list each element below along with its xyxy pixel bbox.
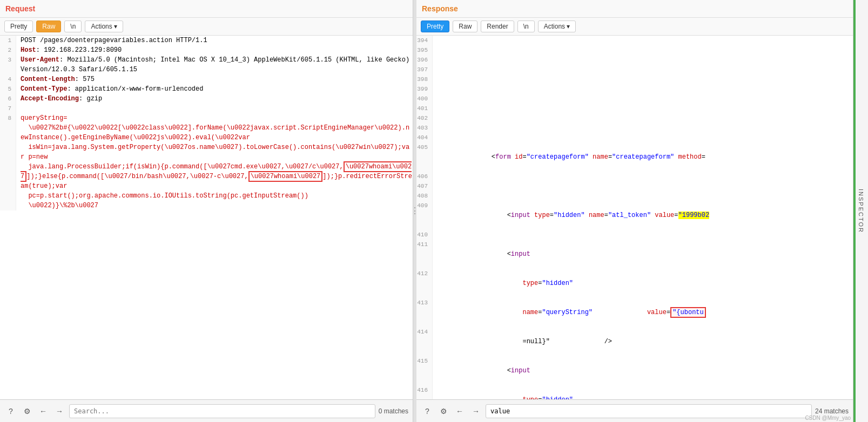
table-row: 404 xyxy=(416,133,853,142)
table-row: 414 =null}" /> xyxy=(416,327,853,356)
request-tabs: Pretty Raw \n Actions ▾ xyxy=(0,18,413,36)
table-row: 413 name="queryString" value="{ubontu xyxy=(416,298,853,327)
response-settings-button[interactable]: ⚙ xyxy=(437,405,450,418)
table-row: 394 xyxy=(416,36,853,45)
table-row: 406 xyxy=(416,172,853,181)
inspector-label: INSPECTOR xyxy=(858,189,864,233)
request-help-button[interactable]: ? xyxy=(4,405,17,418)
table-row: 5 Content-Type: application/x-www-form-u… xyxy=(0,84,413,94)
request-back-button[interactable]: ← xyxy=(37,405,50,418)
request-tab-raw[interactable]: Raw xyxy=(36,21,61,32)
response-panel: Response Pretty Raw Render \n Actions ▾ … xyxy=(416,0,853,422)
response-actions-button[interactable]: Actions ▾ xyxy=(538,21,576,32)
table-row: 401 xyxy=(416,104,853,113)
request-code-area: 1 POST /pages/doenterpagevariables.actio… xyxy=(0,36,413,399)
table-row: 6 Accept-Encoding: gzip xyxy=(0,94,413,104)
table-row: 3 User-Agent: Mozilla/5.0 (Macintosh; In… xyxy=(0,55,413,74)
table-row: 397 xyxy=(416,65,853,74)
table-row: 415 <input xyxy=(416,356,853,385)
response-bottom-toolbar: ? ⚙ ← → 24 matches xyxy=(416,399,853,422)
request-match-count: 0 matches xyxy=(379,407,408,415)
table-row: 403 xyxy=(416,123,853,133)
response-code-area: 394 395 396 397 398 399 400 401 402 403 … xyxy=(416,36,853,399)
main-container: Request Pretty Raw \n Actions ▾ 1 POST /… xyxy=(0,0,868,422)
response-tabs: Pretty Raw Render \n Actions ▾ xyxy=(416,18,853,36)
table-row: 396 xyxy=(416,55,853,65)
table-row: 405 <form id="createpageform" name="crea… xyxy=(416,142,853,172)
response-back-button[interactable]: ← xyxy=(453,405,466,418)
table-row: 399 xyxy=(416,84,853,94)
inspector-sidebar: INSPECTOR xyxy=(853,0,868,422)
request-title: Request xyxy=(5,4,35,13)
table-row: 400 xyxy=(416,94,853,104)
table-row: 402 xyxy=(416,113,853,123)
response-search-input[interactable] xyxy=(486,404,812,418)
table-row: 416 type="hidden" xyxy=(416,385,853,399)
request-actions-button[interactable]: Actions ▾ xyxy=(85,21,123,32)
response-header: Response xyxy=(416,0,853,18)
request-tab-newline[interactable]: \n xyxy=(64,21,82,32)
table-row: 409 <input type="hidden" name="atl_token… xyxy=(416,201,853,230)
watermark: CSDN @Mmy_yao xyxy=(805,415,851,421)
table-row: 395 xyxy=(416,45,853,55)
request-bottom-toolbar: ? ⚙ ← → 0 matches xyxy=(0,399,413,422)
response-tab-newline[interactable]: \n xyxy=(517,21,535,32)
table-row: 407 xyxy=(416,181,853,191)
response-tab-pretty[interactable]: Pretty xyxy=(421,21,449,32)
table-row: 2 Host: 192.168.223.129:8090 xyxy=(0,45,413,55)
response-help-button[interactable]: ? xyxy=(421,405,434,418)
request-header: Request xyxy=(0,0,413,18)
request-actions-label: Actions ▾ xyxy=(91,23,117,30)
request-search-input[interactable] xyxy=(69,404,375,418)
response-forward-button[interactable]: → xyxy=(469,405,482,418)
table-row: 7 xyxy=(0,104,413,113)
table-row: 1 POST /pages/doenterpagevariables.actio… xyxy=(0,36,413,45)
table-row: 411 <input xyxy=(416,240,853,269)
response-title: Response xyxy=(422,4,458,13)
response-match-count: 24 matches xyxy=(815,407,849,415)
table-row: 412 type="hidden" xyxy=(416,269,853,298)
request-tab-pretty[interactable]: Pretty xyxy=(4,21,33,32)
response-actions-label: Actions ▾ xyxy=(544,23,570,30)
table-row: 410 xyxy=(416,230,853,240)
response-tab-raw[interactable]: Raw xyxy=(453,21,477,32)
table-row: 398 xyxy=(416,74,853,84)
request-forward-button[interactable]: → xyxy=(53,405,66,418)
response-tab-render[interactable]: Render xyxy=(481,21,514,32)
table-row: 4 Content-Length: 575 xyxy=(0,74,413,84)
table-row: 8 queryString= \u0027%2b#{\u0022\u0022[\… xyxy=(0,113,413,210)
request-panel: Request Pretty Raw \n Actions ▾ 1 POST /… xyxy=(0,0,413,422)
request-settings-button[interactable]: ⚙ xyxy=(21,405,33,418)
table-row: 408 xyxy=(416,191,853,201)
